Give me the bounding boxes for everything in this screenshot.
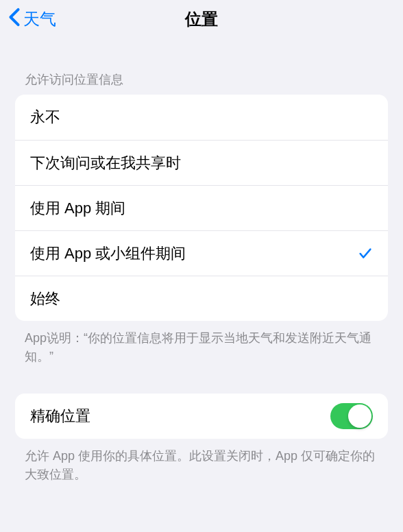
- option-label: 始终: [30, 289, 60, 309]
- chevron-left-icon: [8, 8, 23, 31]
- back-button[interactable]: 天气: [0, 8, 56, 31]
- option-label: 使用 App 或小组件期间: [30, 243, 186, 264]
- section-footer-precise: 允许 App 使用你的具体位置。此设置关闭时，App 仅可确定你的大致位置。: [0, 439, 403, 484]
- access-group: 永不 下次询问或在我共享时 使用 App 期间 使用 App 或小组件期间 始终: [15, 95, 388, 321]
- back-label: 天气: [23, 8, 56, 30]
- precise-location-toggle[interactable]: [330, 403, 373, 429]
- option-label: 下次询问或在我共享时: [30, 153, 181, 173]
- option-while-using-or-widgets[interactable]: 使用 App 或小组件期间: [15, 230, 388, 276]
- option-while-using[interactable]: 使用 App 期间: [15, 185, 388, 230]
- section-header-access: 允许访问位置信息: [0, 38, 403, 95]
- nav-bar: 天气 位置: [0, 0, 403, 38]
- section-footer-access: App说明：“你的位置信息将用于显示当地天气和发送附近天气通知。”: [0, 321, 403, 366]
- switch-track: [330, 403, 373, 429]
- option-label: 使用 App 期间: [30, 198, 125, 219]
- switch-knob: [348, 404, 371, 428]
- checkmark-icon: [358, 246, 373, 261]
- option-ask-next-time[interactable]: 下次询问或在我共享时: [15, 140, 388, 185]
- option-label: 永不: [30, 107, 60, 128]
- option-always[interactable]: 始终: [15, 276, 388, 321]
- precise-group: 精确位置: [15, 394, 388, 439]
- precise-label: 精确位置: [30, 406, 90, 426]
- page-title: 位置: [185, 8, 218, 30]
- option-never[interactable]: 永不: [15, 95, 388, 140]
- precise-location-row[interactable]: 精确位置: [15, 394, 388, 439]
